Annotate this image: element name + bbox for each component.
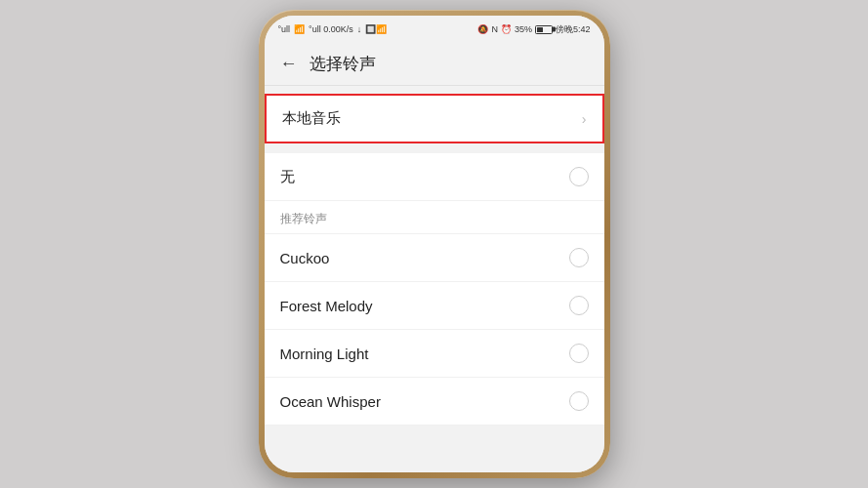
- alarm-icon: ⏰: [501, 24, 512, 34]
- phone-screen: °ull 📶 °ull 0.00K/s ↓ 🔲📶 🔕 N ⏰ 35% 傍晚5:4…: [265, 16, 604, 472]
- battery-icon: [535, 25, 553, 34]
- none-radio[interactable]: [569, 167, 589, 186]
- data-speed: °ull 0.00K/s: [309, 24, 353, 34]
- app-header: ← 选择铃声: [265, 43, 604, 86]
- divider: [265, 143, 604, 153]
- ringtone-row-forest-melody[interactable]: Forest Melody: [265, 282, 604, 330]
- ringtone-row-cuckoo[interactable]: Cuckoo: [265, 233, 604, 282]
- phone-frame: °ull 📶 °ull 0.00K/s ↓ 🔲📶 🔕 N ⏰ 35% 傍晚5:4…: [259, 10, 610, 478]
- battery-percent: 35%: [515, 24, 532, 34]
- signal-icon: °ull: [278, 24, 291, 34]
- wifi-icon: 📶: [294, 24, 305, 34]
- ringtone-row-morning-light[interactable]: Morning Light: [265, 330, 604, 378]
- ringtone-name-morning-light: Morning Light: [280, 346, 369, 362]
- local-music-label: 本地音乐: [282, 109, 341, 128]
- ringtone-row-ocean-whisper[interactable]: Ocean Whisper: [265, 378, 604, 426]
- time-display: 傍晚5:42: [556, 23, 591, 36]
- download-icon: ↓: [357, 24, 362, 34]
- ringtone-name-cuckoo: Cuckoo: [280, 250, 330, 266]
- back-button[interactable]: ←: [280, 54, 298, 74]
- ringtone-name-ocean-whisper: Ocean Whisper: [280, 393, 381, 410]
- local-music-row[interactable]: 本地音乐 ›: [265, 94, 604, 143]
- nfc-icon: N: [491, 24, 498, 34]
- radio-cuckoo[interactable]: [569, 248, 589, 267]
- status-left: °ull 📶 °ull 0.00K/s ↓ 🔲📶: [278, 24, 388, 34]
- radio-morning-light[interactable]: [569, 344, 589, 363]
- ringtone-name-forest-melody: Forest Melody: [280, 298, 373, 314]
- none-label: 无: [280, 168, 295, 186]
- radio-ocean-whisper[interactable]: [569, 391, 589, 411]
- chevron-right-icon: ›: [582, 111, 587, 127]
- none-row[interactable]: 无: [265, 153, 604, 201]
- page-title: 选择铃声: [310, 53, 376, 75]
- extra-icons: 🔲📶: [365, 24, 387, 34]
- status-right: 🔕 N ⏰ 35% 傍晚5:42: [477, 23, 590, 36]
- radio-forest-melody[interactable]: [569, 296, 589, 315]
- content-area: 本地音乐 › 无 推荐铃声 Cuckoo Forest Melody Mo: [265, 86, 604, 472]
- section-label: 推荐铃声: [265, 201, 604, 233]
- mute-icon: 🔕: [477, 24, 488, 34]
- status-bar: °ull 📶 °ull 0.00K/s ↓ 🔲📶 🔕 N ⏰ 35% 傍晚5:4…: [265, 16, 604, 43]
